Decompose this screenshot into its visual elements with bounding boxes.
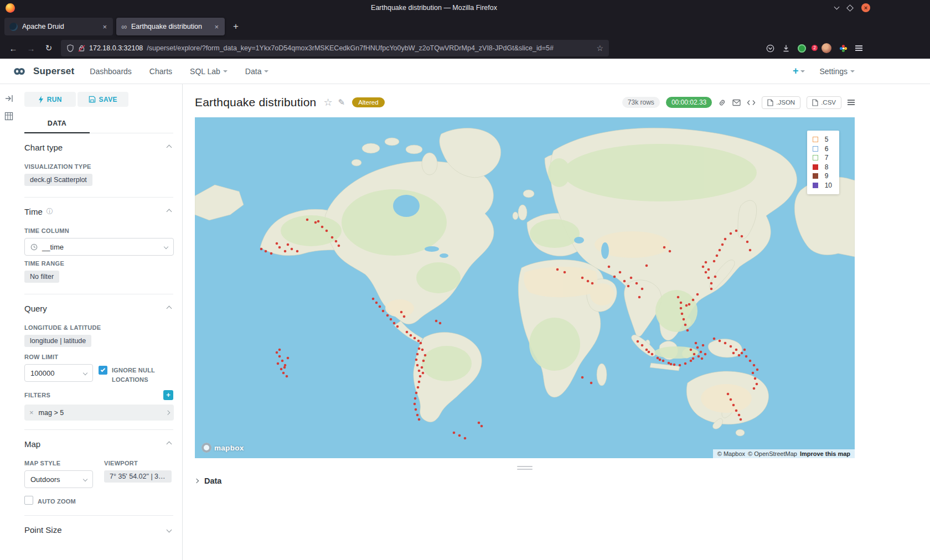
section-time[interactable]: Time ⓘ	[24, 198, 173, 223]
email-icon[interactable]	[732, 99, 741, 106]
auto-zoom-label: AUTO ZOOM	[38, 497, 76, 506]
brand-name: Superset	[33, 66, 74, 77]
tab-close-icon[interactable]: ×	[101, 23, 108, 31]
window-minimize-button[interactable]	[834, 4, 840, 10]
chevron-down-icon	[167, 527, 172, 533]
map-style-select[interactable]: Outdoors	[24, 470, 93, 488]
download-json-button[interactable]: .JSON	[762, 96, 800, 109]
embed-code-icon[interactable]	[747, 99, 756, 106]
nav-label: Charts	[149, 67, 172, 76]
legend-item[interactable]: 8	[813, 163, 832, 172]
legend-item[interactable]: 5	[813, 135, 832, 144]
row-limit-select[interactable]: 100000	[24, 364, 93, 382]
window-close-button[interactable]: ×	[861, 3, 870, 12]
download-csv-button[interactable]: .CSV	[807, 96, 841, 109]
profile-avatar[interactable]	[822, 43, 831, 53]
mapbox-logo[interactable]: mapbox	[202, 443, 244, 453]
settings-menu[interactable]: Settings	[819, 67, 855, 76]
run-button[interactable]: RUN	[24, 92, 76, 107]
time-column-select[interactable]: __time	[24, 238, 174, 256]
collapse-panel-icon[interactable]	[4, 94, 13, 103]
section-chart-type[interactable]: Chart type	[24, 133, 173, 159]
chevron-down-icon	[83, 371, 87, 375]
back-button[interactable]: ←	[6, 40, 21, 56]
reload-button[interactable]: ↻	[41, 40, 56, 56]
save-button[interactable]: SAVE	[78, 92, 129, 107]
forward-button[interactable]: →	[23, 40, 39, 56]
data-panel-toggle[interactable]: Data	[195, 476, 930, 485]
section-query[interactable]: Query	[24, 294, 173, 320]
caret-down-icon	[850, 70, 855, 72]
nav-item-charts[interactable]: Charts	[149, 67, 172, 76]
superset-favicon: ∞	[121, 23, 127, 30]
ignore-null-label: IGNORE NULL LOCATIONS	[112, 366, 173, 385]
new-tab-button[interactable]: +	[228, 19, 244, 34]
timer-badge: 00:00:02.33	[666, 97, 712, 108]
auto-zoom-checkbox[interactable]: AUTO ZOOM	[24, 496, 173, 506]
chart-menu-icon[interactable]	[848, 102, 855, 103]
ignore-null-checkbox[interactable]: IGNORE NULL LOCATIONS	[99, 366, 173, 385]
legend-item[interactable]: 10	[813, 181, 832, 190]
section-title: Time	[24, 207, 43, 216]
remove-filter-icon[interactable]: ×	[29, 408, 34, 417]
osm-attribution-link[interactable]: © OpenStreetMap	[748, 450, 797, 457]
window-maximize-button[interactable]	[846, 4, 854, 12]
new-item-button[interactable]: +	[793, 65, 805, 77]
section-point-size[interactable]: Point Size	[24, 516, 173, 541]
url-bar[interactable]: 172.18.0.3:32108 /superset/explore/?form…	[61, 40, 609, 56]
tracking-shield-icon[interactable]	[66, 44, 74, 52]
improve-map-link[interactable]: Improve this map	[800, 450, 850, 457]
bookmark-star-icon[interactable]: ☆	[596, 44, 603, 53]
extension-icon-pinwheel[interactable]	[839, 44, 848, 53]
legend-item[interactable]: 6	[813, 144, 832, 154]
legend-swatch-icon	[813, 173, 818, 179]
nav-item-sql-lab[interactable]: SQL Lab	[190, 67, 228, 76]
map-canvas[interactable]: 5678910 mapbox © Mapbox © OpenStreetMap …	[195, 117, 855, 458]
lonlat-chip[interactable]: longitude | latitude	[24, 335, 91, 347]
viz-type-chip[interactable]: deck.gl Scatterplot	[24, 174, 92, 186]
window-titlebar: Earthquake distribution — Mozilla Firefo…	[0, 0, 930, 15]
caret-down-icon	[800, 70, 805, 72]
share-link-icon[interactable]	[718, 98, 726, 107]
viz-type-label: VISUALIZATION TYPE	[24, 163, 173, 170]
chart-area: Earthquake distribution ☆ ✎ Altered 73k …	[183, 84, 930, 560]
favorite-star-icon[interactable]: ☆	[323, 96, 332, 108]
browser-tab-earthquake-distribution[interactable]: ∞ Earthquake distribution ×	[116, 18, 225, 35]
insecure-lock-icon[interactable]	[78, 44, 85, 52]
altered-badge[interactable]: Altered	[352, 97, 384, 107]
druid-favicon	[9, 23, 18, 31]
tab-data[interactable]: DATA	[24, 115, 90, 133]
add-filter-button[interactable]: +	[163, 390, 173, 400]
browser-menu-icon[interactable]	[855, 48, 862, 49]
firefox-logo-icon	[6, 3, 15, 13]
superset-infinity-icon	[10, 65, 29, 77]
downloads-icon[interactable]	[782, 44, 790, 52]
mapbox-logo-icon	[202, 443, 211, 453]
dataset-grid-icon[interactable]	[4, 112, 13, 121]
nav-item-data[interactable]: Data	[245, 67, 269, 76]
data-panel-resize-handle[interactable]	[195, 466, 855, 470]
filter-chip[interactable]: × mag > 5	[24, 405, 174, 421]
extension-badge-count: 2	[812, 45, 818, 51]
info-icon[interactable]: ⓘ	[46, 207, 53, 216]
section-title: Point Size	[24, 525, 62, 535]
save-button-label: SAVE	[99, 96, 117, 103]
legend-label: 6	[825, 145, 829, 153]
mapbox-attribution-link[interactable]: © Mapbox	[717, 450, 745, 457]
section-map[interactable]: Map	[24, 430, 173, 455]
nav-item-dashboards[interactable]: Dashboards	[90, 67, 132, 76]
tab-close-icon[interactable]: ×	[213, 23, 220, 31]
checkbox-unchecked-icon	[24, 496, 33, 505]
pocket-icon[interactable]	[766, 44, 774, 53]
chevron-down-icon	[164, 245, 168, 249]
extension-icon-green[interactable]	[798, 44, 806, 53]
superset-navbar: Superset Dashboards Charts SQL Lab Data …	[0, 59, 930, 84]
legend-item[interactable]: 7	[813, 153, 832, 163]
edit-properties-icon[interactable]: ✎	[338, 97, 345, 107]
viewport-chip[interactable]: 7° 35' 54.02" | 31...	[104, 470, 172, 483]
superset-logo[interactable]: Superset	[10, 65, 74, 77]
legend-item[interactable]: 9	[813, 172, 832, 181]
time-column-value: __time	[42, 243, 64, 251]
browser-tab-apache-druid[interactable]: Apache Druid ×	[4, 18, 113, 35]
time-range-chip[interactable]: No filter	[24, 271, 59, 283]
